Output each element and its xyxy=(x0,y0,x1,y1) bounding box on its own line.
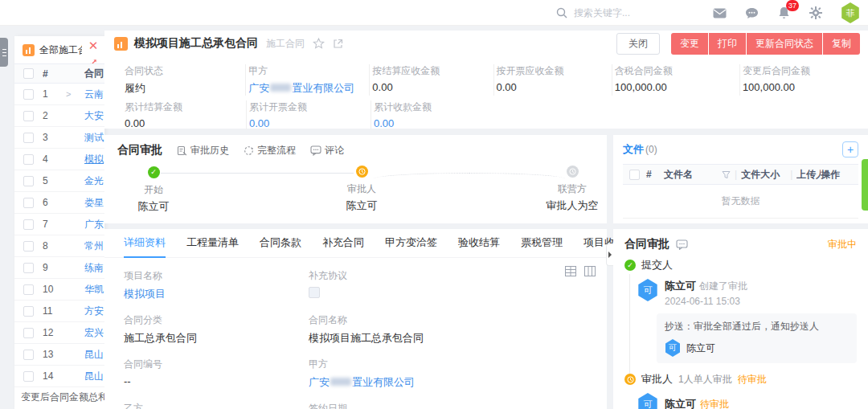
row-checkbox[interactable] xyxy=(23,154,34,165)
detail-tab[interactable]: 票税管理 xyxy=(521,229,563,258)
action-button[interactable]: 变更 xyxy=(671,33,708,55)
submitter-avatar[interactable]: 可 xyxy=(637,279,658,301)
contract-name-link[interactable]: 宏兴 xyxy=(84,326,104,340)
category-field: 合同分类 施工总承包合同 xyxy=(124,313,309,346)
contract-name-link[interactable]: 娄星 xyxy=(84,196,104,210)
detail-tab[interactable]: 验收结算 xyxy=(458,229,500,258)
field-value: 0.00 xyxy=(374,117,489,129)
contract-row[interactable]: 9 > 练南 xyxy=(14,257,104,279)
contract-row[interactable]: 12 > 宏兴 xyxy=(14,322,104,344)
collapse-panel-handle[interactable] xyxy=(606,243,613,266)
row-checkbox[interactable] xyxy=(23,306,34,317)
comment-bubble-icon xyxy=(310,145,321,156)
row-checkbox[interactable] xyxy=(23,328,34,338)
approval-history-link[interactable]: 审批历史 xyxy=(177,144,229,157)
row-checkbox[interactable] xyxy=(23,241,34,252)
filter-funnel-icon[interactable] xyxy=(722,170,731,179)
approval-title: 合同审批 xyxy=(624,237,669,252)
contract-name-link[interactable]: 昆山 xyxy=(84,348,104,362)
close-button[interactable]: 关闭 xyxy=(616,33,660,55)
contract-row[interactable]: 11 > 方安 xyxy=(14,301,104,322)
files-title: 文件 xyxy=(623,142,644,157)
star-favorite-icon[interactable] xyxy=(313,38,325,49)
contract-row[interactable]: 1 > 云南 xyxy=(14,84,104,105)
row-checkbox[interactable] xyxy=(23,176,34,186)
contract-row[interactable]: 8 > 常州 xyxy=(14,235,104,257)
detail-tab[interactable]: 合同条款 xyxy=(260,229,301,258)
contract-name-link[interactable]: 云南 xyxy=(84,88,104,101)
contract-name-link[interactable]: 测试 xyxy=(84,131,104,145)
detail-tab[interactable]: 工程量清单 xyxy=(186,229,239,258)
row-index: 11 xyxy=(43,305,55,317)
party-a-link[interactable]: 广安置业有限公司 xyxy=(309,375,588,390)
project-name-link[interactable]: 模拟项目 xyxy=(124,287,309,301)
field-label: 按开票应收金额 xyxy=(497,64,605,78)
row-checkbox[interactable] xyxy=(23,198,34,208)
notification-badge: 37 xyxy=(786,0,799,11)
contract-name-link[interactable]: 方安 xyxy=(84,305,104,318)
row-checkbox[interactable] xyxy=(23,350,34,360)
row-expand-icon[interactable]: > xyxy=(66,89,71,99)
cc-avatar[interactable]: 可 xyxy=(665,339,681,357)
detail-tab[interactable]: 详细资料 xyxy=(124,229,166,258)
flow-step-status-icon: ✓ xyxy=(567,166,579,178)
contract-detail-header-panel: 模拟项目施工总承包合同 施工合同 关闭 变更打印更新合同状态复制 合同状态 xyxy=(104,31,868,129)
contract-row[interactable]: 14 > 昆山 xyxy=(14,366,104,387)
row-checkbox[interactable] xyxy=(23,89,34,100)
comments-link[interactable]: 评论 xyxy=(310,144,344,157)
flow-step-label: 审批人 xyxy=(317,182,406,196)
column-view-icon[interactable] xyxy=(584,266,596,276)
flow-card-title: 合同审批 xyxy=(117,143,162,157)
approval-comment-icon[interactable] xyxy=(676,239,688,250)
open-external-icon[interactable] xyxy=(333,39,343,49)
submitter-name: 陈立可 xyxy=(665,280,696,292)
row-checkbox[interactable] xyxy=(23,111,34,121)
contract-name-link[interactable]: 常州 xyxy=(84,239,104,253)
contract-rows: 1 > 云南 2 > 大安 3 > 测试 xyxy=(14,84,104,389)
approver-avatar[interactable]: 可 xyxy=(637,393,658,409)
files-table-header: # 文件名 | 文件大小 | 上传人 操作 xyxy=(623,164,858,185)
contract-row[interactable]: 4 > 模拟 xyxy=(14,149,104,170)
row-checkbox[interactable] xyxy=(23,133,34,143)
mail-icon[interactable] xyxy=(712,6,727,20)
row-checkbox[interactable] xyxy=(23,371,34,382)
contract-name-link[interactable]: 大安 xyxy=(84,109,104,123)
action-button[interactable]: 更新合同状态 xyxy=(747,33,822,55)
table-view-icon[interactable] xyxy=(565,266,576,276)
full-process-link[interactable]: 完整流程 xyxy=(244,144,296,157)
action-button[interactable]: 打印 xyxy=(709,33,746,55)
contract-row[interactable]: 5 > 金光 xyxy=(14,170,104,192)
contract-row[interactable]: 7 > 广东 xyxy=(14,214,104,235)
global-search[interactable] xyxy=(556,0,694,26)
user-avatar[interactable]: 菲 xyxy=(841,2,860,23)
floating-helper-tab[interactable] xyxy=(862,159,868,211)
detail-tab[interactable]: 甲方变洽签 xyxy=(385,229,437,258)
collapsed-menu-tab[interactable] xyxy=(0,38,8,67)
bell-icon[interactable]: 37 xyxy=(776,6,791,20)
contract-row[interactable]: 3 > 测试 xyxy=(14,127,104,149)
row-checkbox[interactable] xyxy=(23,219,34,230)
contract-row[interactable]: 6 > 娄星 xyxy=(14,192,104,214)
contract-name-link[interactable]: 金光 xyxy=(84,174,104,188)
contract-name-link[interactable]: 华凯 xyxy=(84,283,104,297)
contract-row[interactable]: 13 > 昆山 xyxy=(14,344,104,366)
files-select-all-checkbox[interactable] xyxy=(629,170,640,180)
contract-row[interactable]: 10 > 华凯 xyxy=(14,279,104,301)
contract-name-link[interactable]: 广东 xyxy=(84,218,104,231)
contract-name-link[interactable]: 模拟 xyxy=(84,153,104,166)
detail-tab[interactable]: 补充合同 xyxy=(322,229,364,258)
row-checkbox[interactable] xyxy=(23,284,34,295)
close-panel-icon[interactable]: ✕ xyxy=(88,39,99,51)
contract-row[interactable]: 2 > 大安 xyxy=(14,105,104,127)
action-button[interactable]: 复制 xyxy=(823,33,860,55)
supplement-checkbox[interactable] xyxy=(309,287,320,298)
add-file-button[interactable]: + xyxy=(842,141,858,157)
row-checkbox[interactable] xyxy=(23,263,34,273)
chat-icon[interactable] xyxy=(744,6,759,20)
contract-name-link[interactable]: 练南 xyxy=(84,261,104,275)
flow-step-status-icon: ✓ xyxy=(148,166,160,178)
contract-name-link[interactable]: 昆山 xyxy=(84,370,104,383)
settings-gear-icon[interactable] xyxy=(809,6,823,20)
search-input[interactable] xyxy=(574,7,694,18)
select-all-checkbox[interactable] xyxy=(23,68,34,79)
